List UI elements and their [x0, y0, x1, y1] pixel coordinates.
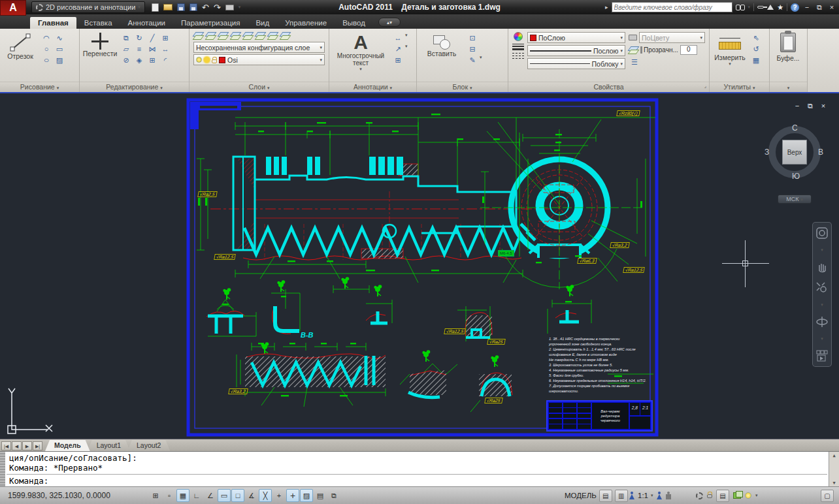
model-space-icon[interactable]: ▤	[599, 490, 612, 502]
select-similar-icon[interactable]: ↺	[750, 44, 762, 54]
layout-space-icon[interactable]: ▥	[615, 490, 628, 502]
search-chevron-icon[interactable]: ▾	[748, 5, 751, 10]
layer-properties-icon[interactable]	[193, 32, 203, 40]
quick-props-toggle[interactable]: ▤	[314, 489, 327, 502]
dyn-input-toggle[interactable]: +	[286, 489, 299, 502]
calculator-icon[interactable]: ▦	[750, 55, 762, 65]
navbar-chevron-icon[interactable]: ▾	[821, 247, 823, 253]
favorites-star-icon[interactable]: ★	[777, 3, 783, 12]
doc-restore-button[interactable]: ⧉	[805, 102, 815, 110]
doc-close-button[interactable]: ×	[818, 102, 829, 110]
redo-icon[interactable]: ↷	[214, 3, 221, 12]
viewcube-west[interactable]: З	[765, 148, 769, 157]
scale-chevron-icon[interactable]: ▾	[651, 493, 653, 498]
selection-cycling-toggle[interactable]: ⧉	[327, 489, 340, 502]
steering-wheel-icon[interactable]	[815, 227, 829, 240]
coordinates-readout[interactable]: 1599.9830, 325.1030, 0.0000	[8, 491, 139, 500]
object-visibility-bulb-icon[interactable]	[745, 492, 751, 499]
panel-title-properties[interactable]: Свойства⌟	[508, 82, 709, 92]
zoom-icon[interactable]	[815, 281, 829, 294]
trim-icon[interactable]: ╱	[146, 33, 158, 43]
offset-icon[interactable]: ≡	[133, 44, 145, 54]
annotation-scale-value[interactable]: 1:1	[638, 492, 648, 499]
save-as-icon[interactable]	[189, 3, 197, 11]
tab-model[interactable]: Модель	[45, 440, 90, 451]
layer-state-combo[interactable]: Несохраненная конфигурация слое▾	[193, 42, 325, 53]
create-block-icon[interactable]: ⊡	[467, 33, 478, 43]
navbar-chevron-icon[interactable]: ▾	[821, 336, 823, 341]
last-tab-icon[interactable]: ▶|	[33, 441, 42, 450]
viewcube-south[interactable]: Ю	[792, 172, 800, 181]
erase-icon[interactable]: ⊘	[120, 55, 132, 65]
tab-annotacii[interactable]: Аннотации	[120, 17, 173, 29]
color-wheel-icon[interactable]	[514, 32, 523, 41]
next-tab-icon[interactable]: ▶	[22, 441, 32, 450]
viewcube[interactable]: С Ю З В Верх	[768, 126, 821, 178]
tab-layout2[interactable]: Layout2	[127, 440, 170, 451]
hardware-accel-icon[interactable]: ▤	[716, 490, 729, 502]
polar-toggle[interactable]: ∠	[204, 489, 217, 502]
help-icon[interactable]: ?	[791, 3, 799, 12]
properties-list-icon[interactable]: ☰	[629, 57, 640, 67]
snap-toggle[interactable]: ⊞	[149, 489, 162, 502]
transparency-toggle[interactable]: ▨	[300, 489, 313, 502]
command-window[interactable]: ция/опИсание/соГласовать]:Команда: *Прер…	[0, 451, 839, 486]
first-tab-icon[interactable]: |◀	[1, 441, 11, 450]
close-button[interactable]: ×	[827, 3, 836, 11]
otrack-toggle[interactable]: ╳	[259, 489, 272, 502]
tab-parametrizaciya[interactable]: Параметризация	[173, 17, 248, 29]
arc-icon[interactable]: ◠	[41, 33, 52, 43]
array-rect-icon[interactable]: ⊞	[146, 55, 158, 65]
ortho-toggle[interactable]: ∟	[190, 489, 203, 502]
save-icon[interactable]	[177, 3, 185, 11]
model-space-canvas[interactable]: √Rz80(√) √Ra2,5 √Ra12,5 √Ra3,2 √Ra6,3 √R…	[0, 93, 839, 439]
search-binoculars-icon[interactable]	[736, 5, 745, 10]
panel-title-clipboard[interactable]: ▾	[770, 82, 807, 92]
viewcube-east[interactable]: В	[818, 148, 823, 157]
clean-screen-icon[interactable]: ▢	[821, 490, 834, 502]
dimension-icon[interactable]: ↔	[392, 33, 404, 43]
tab-glavnaya[interactable]: Главная	[30, 17, 76, 29]
panel-title-modify[interactable]: Редактирование ▾	[80, 82, 189, 92]
qat-chevron-icon[interactable]: ▾	[239, 5, 241, 10]
autocad-logo-button[interactable]: A	[0, 0, 26, 16]
panel-title-draw[interactable]: Рисование ▾	[0, 82, 79, 92]
scroll-down-icon[interactable]: ▼	[832, 480, 835, 486]
panel-title-layers[interactable]: Слои ▾	[189, 82, 329, 92]
wcs-button[interactable]: МСК ▾	[778, 195, 812, 204]
viewcube-top-face[interactable]: Верх	[782, 140, 807, 165]
transparency-icon[interactable]	[629, 46, 638, 54]
workspace-switcher[interactable]: 2D рисование и аннотации ▾	[31, 1, 145, 13]
mirror-icon[interactable]: ⋈	[146, 44, 158, 54]
move-button[interactable]: Перенести	[80, 29, 120, 81]
navbar-chevron-icon[interactable]: ▾	[821, 302, 823, 307]
array-icon[interactable]: ⊞	[159, 33, 171, 43]
hatch-icon[interactable]: ▨	[54, 55, 65, 65]
ui-lock-icon[interactable]	[707, 494, 712, 498]
stretch-icon[interactable]: ↔	[159, 44, 171, 54]
infer-toggle[interactable]: ▫	[163, 489, 176, 502]
measure-button[interactable]: Измерить ▾	[710, 29, 750, 81]
minimize-button[interactable]: −	[802, 3, 812, 11]
communication-center-icon[interactable]	[767, 5, 774, 10]
tab-layout1[interactable]: Layout1	[88, 440, 130, 451]
layer-lock-icon[interactable]	[268, 32, 278, 40]
annotation-visibility-icon[interactable]	[656, 492, 663, 500]
insert-button[interactable]: Вставить	[417, 29, 467, 81]
pan-hand-icon[interactable]	[815, 260, 829, 274]
osnap-toggle[interactable]: □	[231, 489, 244, 502]
search-input[interactable]	[612, 2, 732, 12]
explode-icon[interactable]: ◈	[133, 55, 145, 65]
layer-off-icon[interactable]	[255, 32, 265, 40]
layer-combo[interactable]: Osi▾	[193, 54, 325, 65]
leader-icon[interactable]: ↗	[392, 44, 404, 54]
command-scrollbar[interactable]: ▲ ▼	[829, 452, 839, 487]
command-drag-handle[interactable]	[0, 452, 5, 487]
line-button[interactable]: Отрезок	[0, 29, 41, 81]
layout-nav-buttons[interactable]: |◀ ◀ ▶ ▶|	[1, 441, 42, 450]
linetype-icon[interactable]	[512, 53, 524, 59]
restore-button[interactable]: ⧉	[815, 3, 824, 12]
open-file-icon[interactable]	[163, 4, 173, 10]
new-file-icon[interactable]	[152, 3, 159, 12]
scroll-up-icon[interactable]: ▲	[832, 453, 835, 458]
